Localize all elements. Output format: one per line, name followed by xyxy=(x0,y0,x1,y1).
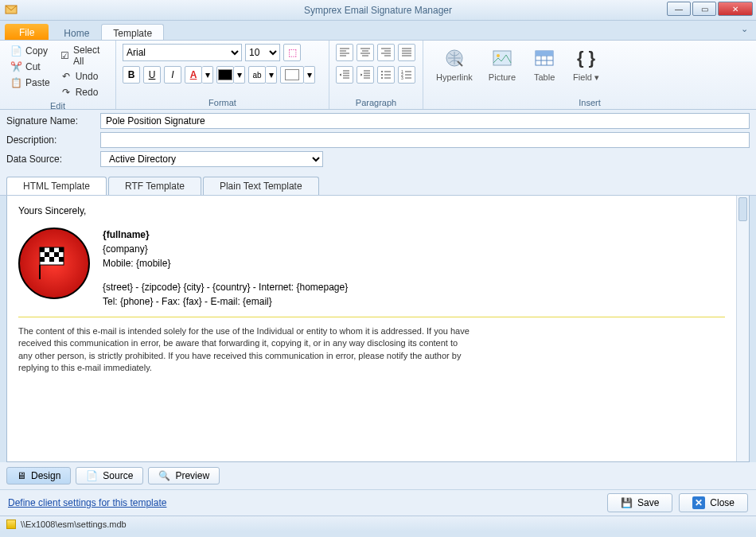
align-right-button[interactable] xyxy=(377,44,395,61)
align-justify-button[interactable] xyxy=(398,44,415,61)
define-client-settings-link[interactable]: Define client settings for this template xyxy=(8,497,166,508)
fontsize-select[interactable]: 10 xyxy=(245,44,280,61)
backcolor-button[interactable] xyxy=(216,66,234,84)
bold-button[interactable]: B xyxy=(123,66,140,84)
bullets-button[interactable] xyxy=(377,66,395,84)
picture-icon xyxy=(489,45,515,71)
paste-icon: 📋 xyxy=(10,76,22,89)
signature-mobile: Mobile: {mobile} xyxy=(103,256,348,270)
eraser-icon: ⬚ xyxy=(288,47,297,58)
status-path: \\Ex1008\esm\settings.mdb xyxy=(21,519,127,529)
hyperlink-button[interactable]: Hyperlink xyxy=(430,44,479,96)
tab-home[interactable]: Home xyxy=(52,24,101,40)
tab-plain-template[interactable]: Plain Text Template xyxy=(203,177,319,195)
scroll-thumb[interactable] xyxy=(738,197,747,221)
ribbon-collapse-icon[interactable]: ⌄ xyxy=(741,24,748,34)
undo-icon: ↶ xyxy=(60,70,72,83)
editor-canvas[interactable]: Yours Sincerely, {fullname} {company} Mo… xyxy=(7,196,736,461)
file-tab[interactable]: File xyxy=(5,24,49,40)
signame-label: Signature Name: xyxy=(6,115,94,126)
save-button[interactable]: 💾Save xyxy=(607,493,672,512)
signame-input[interactable] xyxy=(100,113,750,129)
preview-icon: 🔍 xyxy=(158,470,170,481)
svg-rect-11 xyxy=(536,51,553,56)
align-center-button[interactable] xyxy=(357,44,374,61)
status-db-icon xyxy=(6,519,16,529)
clear-format-button[interactable]: ⬚ xyxy=(283,44,301,61)
copy-button[interactable]: 📄Copy xyxy=(6,44,53,58)
design-mode-button[interactable]: 🖥Design xyxy=(6,467,71,484)
svg-text:3: 3 xyxy=(401,76,403,80)
svg-point-1 xyxy=(381,71,383,72)
cut-label: Cut xyxy=(25,61,41,72)
datasource-select[interactable]: Active Directory xyxy=(100,151,323,167)
datasource-label: Data Source: xyxy=(6,154,94,165)
undo-button[interactable]: ↶Undo xyxy=(57,69,109,84)
redo-label: Redo xyxy=(76,87,99,98)
source-label: Source xyxy=(103,470,133,481)
tab-rtf-template[interactable]: RTF Template xyxy=(108,177,201,195)
field-label: Field ▾ xyxy=(573,72,599,83)
save-icon: 💾 xyxy=(621,497,633,508)
signature-address: {street} - {zipcode} {city} - {country} … xyxy=(103,280,348,294)
save-label: Save xyxy=(637,497,659,508)
highlight-dropdown[interactable]: ▾ xyxy=(266,66,277,84)
outdent-button[interactable] xyxy=(336,66,353,84)
border-button[interactable] xyxy=(280,66,304,84)
edit-group-label: Edit xyxy=(6,101,109,111)
indent-button[interactable] xyxy=(357,66,374,84)
redo-button[interactable]: ↷Redo xyxy=(57,85,109,99)
align-left-button[interactable] xyxy=(336,44,353,61)
highlight-icon: ab xyxy=(252,71,261,80)
close-button[interactable]: ✕Close xyxy=(679,493,748,512)
border-dropdown[interactable]: ▾ xyxy=(304,66,315,84)
fontcolor-dropdown[interactable]: ▾ xyxy=(202,66,213,84)
italic-button[interactable]: I xyxy=(164,66,181,84)
table-label: Table xyxy=(534,72,555,82)
picture-button[interactable]: Picture xyxy=(482,44,522,96)
paste-button[interactable]: 📋Paste xyxy=(6,76,53,90)
table-icon xyxy=(532,45,557,71)
numbering-button[interactable]: 123 xyxy=(398,66,415,84)
tab-html-template[interactable]: HTML Template xyxy=(6,177,107,195)
copy-icon: 📄 xyxy=(10,45,22,57)
table-button[interactable]: Table xyxy=(525,44,563,96)
paste-label: Paste xyxy=(25,77,50,88)
underline-button[interactable]: U xyxy=(143,66,161,84)
preview-label: Preview xyxy=(175,470,209,481)
selectall-label: Select All xyxy=(73,45,106,67)
preview-mode-button[interactable]: 🔍Preview xyxy=(148,467,220,484)
app-icon xyxy=(5,3,18,16)
window-title: Symprex Email Signature Manager xyxy=(304,5,452,16)
cut-icon: ✂️ xyxy=(10,60,22,73)
field-button[interactable]: { } Field ▾ xyxy=(567,44,606,96)
source-mode-button[interactable]: 📄Source xyxy=(76,467,143,484)
backcolor-dropdown[interactable]: ▾ xyxy=(234,66,245,84)
signature-company: {company} xyxy=(103,242,348,256)
signature-contact: Tel: {phone} - Fax: {fax} - E-mail: {ema… xyxy=(103,294,348,309)
svg-point-9 xyxy=(497,54,500,57)
minimize-button[interactable]: — xyxy=(667,2,691,16)
close-label: Close xyxy=(710,497,735,508)
font-select[interactable]: Arial xyxy=(123,44,242,61)
picture-label: Picture xyxy=(489,72,516,82)
redo-icon: ↷ xyxy=(60,86,72,99)
desc-input[interactable] xyxy=(100,132,750,148)
cut-button[interactable]: ✂️Cut xyxy=(6,60,53,74)
svg-point-2 xyxy=(381,74,383,76)
highlight-button[interactable]: ab xyxy=(248,66,266,84)
source-icon: 📄 xyxy=(86,470,98,481)
window-close-button[interactable]: ✕ xyxy=(718,2,753,16)
tab-template[interactable]: Template xyxy=(101,24,164,40)
paragraph-group-label: Paragraph xyxy=(336,98,416,107)
insert-group-label: Insert xyxy=(430,98,750,107)
design-icon: 🖥 xyxy=(17,470,26,481)
hyperlink-icon xyxy=(442,45,467,71)
close-icon: ✕ xyxy=(692,496,705,509)
signature-divider xyxy=(18,317,725,317)
editor-scrollbar[interactable] xyxy=(736,196,749,461)
undo-label: Undo xyxy=(76,71,99,82)
fontcolor-button[interactable]: A xyxy=(185,66,202,84)
selectall-button[interactable]: ☑Select All xyxy=(57,44,109,68)
maximize-button[interactable]: ▭ xyxy=(692,2,716,16)
